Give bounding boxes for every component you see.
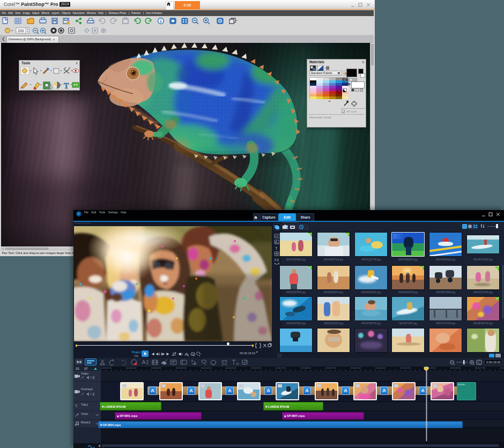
svg-text:FX: FX [275, 258, 279, 262]
svg-text:T: T [275, 246, 278, 251]
svg-text:200: 200 [18, 29, 24, 33]
svg-text:T: T [64, 82, 69, 90]
svg-text:10: 10 [236, 362, 239, 365]
